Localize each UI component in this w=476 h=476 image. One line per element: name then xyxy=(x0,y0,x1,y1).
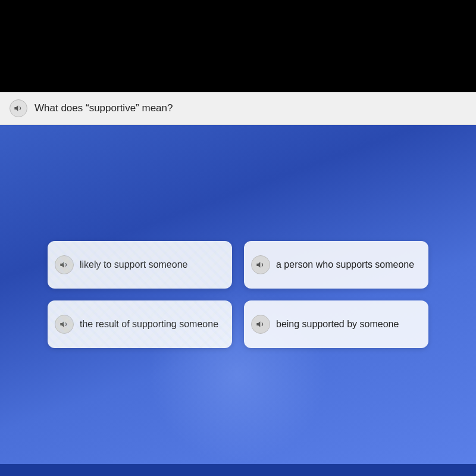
answer-c-sound-button[interactable] xyxy=(55,315,74,334)
answer-c-text: the result of supporting someone xyxy=(80,318,218,331)
question-text: What does “supportive” mean? xyxy=(35,102,173,114)
answers-grid: likely to support someone a person who s… xyxy=(48,241,428,348)
answer-a-sound-button[interactable] xyxy=(55,255,74,274)
answer-card-b[interactable]: a person who supports someone xyxy=(244,241,428,289)
answer-d-text: being supported by someone xyxy=(276,318,399,331)
question-sound-button[interactable] xyxy=(10,99,27,117)
answer-d-sound-button[interactable] xyxy=(251,315,270,334)
answer-card-d[interactable]: being supported by someone xyxy=(244,300,428,348)
bottom-bar: ? xyxy=(0,464,476,476)
answer-card-c[interactable]: the result of supporting someone xyxy=(48,300,232,348)
svg-marker-4 xyxy=(256,321,260,327)
svg-marker-2 xyxy=(256,262,260,267)
top-black-area xyxy=(0,0,476,92)
answer-b-sound-button[interactable] xyxy=(251,255,270,274)
answer-card-a[interactable]: likely to support someone xyxy=(48,241,232,289)
svg-marker-0 xyxy=(14,105,18,111)
svg-marker-3 xyxy=(60,321,64,327)
svg-marker-1 xyxy=(60,262,64,267)
answer-b-text: a person who supports someone xyxy=(276,258,414,271)
main-area: likely to support someone a person who s… xyxy=(0,125,476,464)
answer-a-text: likely to support someone xyxy=(80,258,187,271)
question-bar: What does “supportive” mean? xyxy=(0,92,476,125)
